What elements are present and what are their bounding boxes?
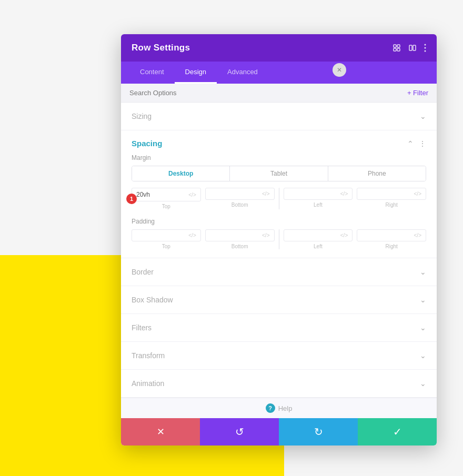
box-shadow-chevron: ⌄ <box>420 296 426 304</box>
padding-bottom-code-icon: </> <box>262 232 269 238</box>
columns-icon[interactable] <box>408 44 417 52</box>
padding-right-wrap: </> Right <box>357 229 426 249</box>
margin-bottom-code-icon: </> <box>262 191 269 197</box>
svg-rect-3 <box>397 48 400 51</box>
margin-top-code-icon: </> <box>188 192 196 198</box>
close-button[interactable]: ✕ <box>333 63 346 77</box>
device-tabs: Desktop Tablet Phone <box>132 166 426 181</box>
border-label: Border <box>132 268 154 276</box>
filter-button[interactable]: + Filter <box>407 89 428 97</box>
box-shadow-label: Box Shadow <box>132 296 173 304</box>
expand-icon[interactable] <box>392 44 401 52</box>
padding-right-label: Right <box>385 244 397 249</box>
tab-phone[interactable]: Phone <box>328 166 426 181</box>
header-icons <box>392 44 426 52</box>
section-box-shadow[interactable]: Box Shadow ⌄ <box>121 286 437 314</box>
margin-bottom-wrap: </> Bottom <box>205 188 275 209</box>
svg-rect-4 <box>409 45 412 50</box>
filters-label: Filters <box>132 323 152 332</box>
sizing-chevron: ⌄ <box>420 112 426 120</box>
tab-tablet[interactable]: Tablet <box>230 166 328 181</box>
spacing-header: Spacing ⌃ ⋮ <box>121 130 437 154</box>
svg-point-8 <box>425 50 426 52</box>
cancel-icon: ✕ <box>157 426 165 438</box>
help-row[interactable]: ? Help <box>121 398 437 418</box>
step-badge: 1 <box>126 194 137 204</box>
cancel-button[interactable]: ✕ <box>121 418 200 445</box>
margin-top-input[interactable]: 20vh </> <box>132 188 201 201</box>
row-settings-modal: Row Settings <box>121 34 437 445</box>
padding-top-code-icon: </> <box>188 232 196 238</box>
margin-bottom-input[interactable]: </> <box>205 188 275 200</box>
padding-label: Padding <box>132 218 426 225</box>
padding-left-input[interactable]: </> <box>284 229 353 241</box>
padding-top-label: Top <box>162 244 170 249</box>
redo-icon: ↻ <box>314 426 323 438</box>
margin-right-label: Right <box>385 202 397 208</box>
reset-icon: ↺ <box>235 426 244 438</box>
spacing-more-icon[interactable]: ⋮ <box>419 139 426 148</box>
spacing-body: Margin Desktop Tablet Phone 1 20vh <box>121 154 437 258</box>
section-transform[interactable]: Transform ⌄ <box>121 342 437 370</box>
margin-left-right: </> Left </> Right <box>284 188 427 208</box>
more-icon[interactable] <box>424 44 426 52</box>
padding-left-wrap: </> Left <box>284 229 353 249</box>
redo-button[interactable]: ↻ <box>279 418 358 445</box>
tab-content[interactable]: Content <box>129 62 175 84</box>
padding-top-wrap: </> Top <box>132 229 201 249</box>
save-icon: ✓ <box>393 426 402 438</box>
padding-right-input[interactable]: </> <box>357 229 426 241</box>
margin-right-input[interactable]: </> <box>357 188 426 200</box>
padding-bottom-label: Bottom <box>232 244 248 249</box>
margin-left-label: Left <box>314 202 323 208</box>
help-label: Help <box>278 404 293 412</box>
margin-top-label: Top <box>162 204 170 209</box>
padding-right-code-icon: </> <box>414 232 421 238</box>
svg-rect-2 <box>394 48 396 51</box>
spacing-title: Spacing <box>132 139 162 148</box>
margin-bottom-label: Bottom <box>232 202 248 208</box>
padding-top-input[interactable]: </> <box>132 229 201 241</box>
svg-rect-0 <box>394 45 396 47</box>
tab-advanced[interactable]: Advanced <box>217 62 268 84</box>
animation-label: Animation <box>132 379 164 388</box>
margin-top-bottom: 1 20vh </> Top </> Bo <box>132 188 275 209</box>
margin-inputs: 1 20vh </> Top </> Bo <box>132 188 426 209</box>
padding-top-bottom: </> Top </> Bottom <box>132 229 275 249</box>
padding-bottom-input[interactable]: </> <box>205 229 275 241</box>
padding-left-label: Left <box>314 244 323 249</box>
reset-button[interactable]: ↺ <box>200 418 279 445</box>
margin-top-wrap: 1 20vh </> Top <box>132 188 201 209</box>
margin-right-wrap: </> Right <box>357 188 426 208</box>
filters-chevron: ⌄ <box>420 323 426 332</box>
divider-vertical <box>279 188 279 209</box>
border-chevron: ⌄ <box>420 268 426 276</box>
section-border[interactable]: Border ⌄ <box>121 258 437 286</box>
search-input[interactable] <box>129 89 235 97</box>
tab-desktop[interactable]: Desktop <box>132 166 230 181</box>
svg-rect-5 <box>413 45 416 50</box>
spacing-chevron-up[interactable]: ⌃ <box>407 139 414 148</box>
margin-top-value: 20vh <box>136 191 150 198</box>
transform-chevron: ⌄ <box>420 351 426 360</box>
padding-bottom-wrap: </> Bottom <box>205 229 275 249</box>
svg-point-7 <box>425 47 426 49</box>
sizing-label: Sizing <box>132 112 152 120</box>
divider-vertical-2 <box>279 229 279 249</box>
spacing-header-controls: ⌃ ⋮ <box>407 139 426 148</box>
modal-header: Row Settings <box>121 34 437 62</box>
margin-right-code-icon: </> <box>414 191 421 197</box>
padding-left-right: </> Left </> Right <box>284 229 427 249</box>
svg-rect-1 <box>397 45 400 47</box>
section-filters[interactable]: Filters ⌄ <box>121 314 437 342</box>
section-sizing[interactable]: Sizing ⌄ <box>121 103 437 130</box>
modal-content: Sizing ⌄ Spacing ⌃ ⋮ Margin Desktop Tabl… <box>121 103 437 418</box>
margin-left-wrap: </> Left <box>284 188 353 208</box>
search-row: + Filter <box>121 84 437 103</box>
save-button[interactable]: ✓ <box>358 418 437 445</box>
margin-label: Margin <box>132 154 426 161</box>
section-animation[interactable]: Animation ⌄ <box>121 370 437 398</box>
tab-design[interactable]: Design <box>175 62 217 84</box>
transform-label: Transform <box>132 351 165 360</box>
margin-left-input[interactable]: </> <box>284 188 353 200</box>
